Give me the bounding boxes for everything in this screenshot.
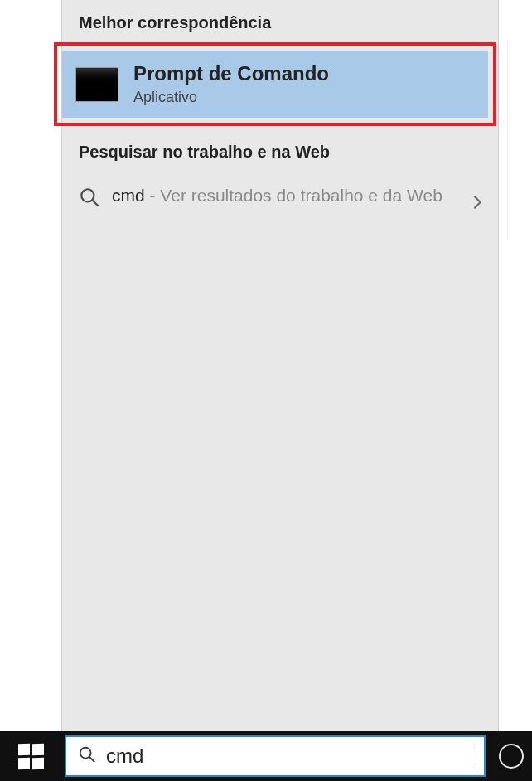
text-caret [472,744,472,769]
search-icon [79,187,100,208]
search-web-hint: Ver resultados do trabalho e da Web [160,186,443,205]
start-search-panel: Melhor correspondência Prompt de Comando… [61,0,499,731]
start-button[interactable] [0,731,61,781]
left-gutter [0,0,61,731]
svg-line-3 [89,757,94,762]
best-match-highlight-frame: Prompt de Comando Aplicativo [54,42,496,126]
cortana-icon [499,744,524,769]
search-icon [78,745,96,767]
cortana-button[interactable] [491,731,532,781]
best-match-subtitle: Aplicativo [133,89,329,106]
search-input[interactable] [106,745,468,768]
best-match-text: Prompt de Comando Aplicativo [133,62,329,106]
windows-logo-icon [18,744,43,769]
command-prompt-icon [75,67,118,102]
svg-line-1 [92,200,99,206]
best-match-result[interactable]: Prompt de Comando Aplicativo [62,51,488,118]
svg-point-0 [81,189,94,201]
search-web-result[interactable]: cmd - Ver resultados do trabalho e da We… [62,172,498,220]
search-web-hint-prefix: - [145,186,161,205]
chevron-right-icon [468,193,486,211]
taskbar [0,731,532,781]
best-match-title: Prompt de Comando [133,62,329,85]
search-web-text: cmd - Ver resultados do trabalho e da We… [112,183,481,208]
svg-point-2 [80,748,91,759]
taskbar-search-box[interactable] [65,735,486,777]
search-web-query: cmd [112,186,145,205]
search-web-heading: Pesquisar no trabalho e na Web [62,126,498,172]
right-gutter [499,0,532,731]
best-match-heading: Melhor correspondência [62,0,498,42]
